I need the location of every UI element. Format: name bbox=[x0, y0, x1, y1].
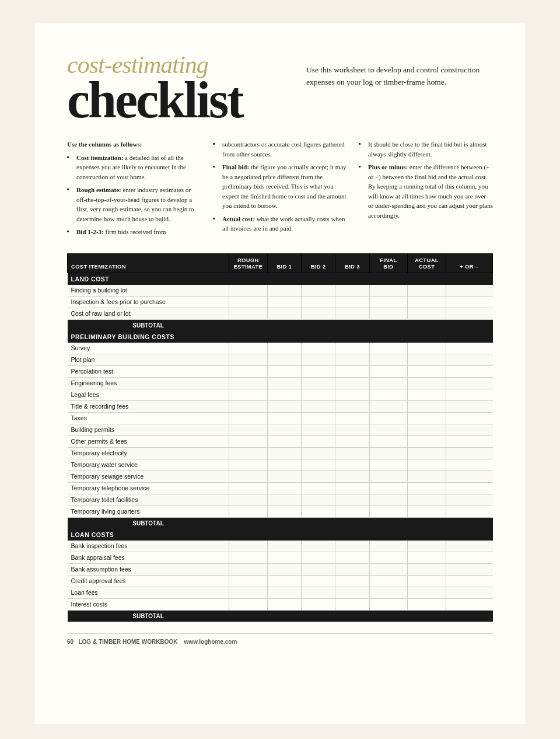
row-cell[interactable] bbox=[446, 365, 492, 377]
row-cell[interactable] bbox=[229, 563, 268, 575]
row-cell[interactable] bbox=[267, 435, 301, 447]
row-cell[interactable] bbox=[267, 343, 301, 354]
row-cell[interactable] bbox=[229, 494, 268, 506]
row-cell[interactable] bbox=[335, 343, 369, 354]
row-cell[interactable] bbox=[335, 424, 369, 435]
row-cell[interactable] bbox=[301, 343, 335, 354]
row-cell[interactable] bbox=[301, 354, 335, 365]
row-cell[interactable] bbox=[229, 459, 268, 470]
row-cell[interactable] bbox=[335, 354, 369, 365]
row-cell[interactable] bbox=[446, 506, 492, 517]
row-cell[interactable] bbox=[408, 389, 446, 400]
row-cell[interactable] bbox=[446, 435, 492, 447]
row-cell[interactable] bbox=[267, 285, 301, 297]
row-cell[interactable] bbox=[335, 365, 369, 377]
row-cell[interactable] bbox=[267, 377, 301, 389]
row-cell[interactable] bbox=[229, 412, 268, 424]
row-cell[interactable] bbox=[446, 482, 492, 494]
row-cell[interactable] bbox=[301, 470, 335, 482]
row-cell[interactable] bbox=[229, 424, 268, 435]
row-cell[interactable] bbox=[446, 412, 492, 424]
row-cell[interactable] bbox=[229, 365, 268, 377]
row-cell[interactable] bbox=[267, 400, 301, 412]
row-cell[interactable] bbox=[335, 598, 369, 610]
row-cell[interactable] bbox=[446, 541, 492, 552]
row-cell[interactable] bbox=[335, 482, 369, 494]
row-cell[interactable] bbox=[369, 494, 408, 506]
row-cell[interactable] bbox=[267, 424, 301, 435]
row-cell[interactable] bbox=[229, 308, 268, 319]
row-cell[interactable] bbox=[229, 541, 268, 552]
row-cell[interactable] bbox=[267, 575, 301, 587]
row-cell[interactable] bbox=[267, 563, 301, 575]
row-cell[interactable] bbox=[267, 494, 301, 506]
row-cell[interactable] bbox=[301, 365, 335, 377]
row-cell[interactable] bbox=[446, 354, 492, 365]
row-cell[interactable] bbox=[301, 435, 335, 447]
row-cell[interactable] bbox=[335, 459, 369, 470]
row-cell[interactable] bbox=[408, 575, 446, 587]
row-cell[interactable] bbox=[369, 587, 408, 598]
row-cell[interactable] bbox=[335, 552, 369, 563]
row-cell[interactable] bbox=[408, 354, 446, 365]
row-cell[interactable] bbox=[267, 412, 301, 424]
row-cell[interactable] bbox=[301, 296, 335, 308]
row-cell[interactable] bbox=[335, 506, 369, 517]
row-cell[interactable] bbox=[446, 552, 492, 563]
row-cell[interactable] bbox=[229, 506, 268, 517]
row-cell[interactable] bbox=[335, 470, 369, 482]
row-cell[interactable] bbox=[446, 598, 492, 610]
row-cell[interactable] bbox=[446, 285, 492, 297]
row-cell[interactable] bbox=[408, 552, 446, 563]
row-cell[interactable] bbox=[335, 285, 369, 297]
row-cell[interactable] bbox=[229, 598, 268, 610]
row-cell[interactable] bbox=[408, 459, 446, 470]
row-cell[interactable] bbox=[267, 470, 301, 482]
row-cell[interactable] bbox=[229, 575, 268, 587]
row-cell[interactable] bbox=[335, 494, 369, 506]
row-cell[interactable] bbox=[369, 412, 408, 424]
row-cell[interactable] bbox=[408, 447, 446, 459]
row-cell[interactable] bbox=[369, 354, 408, 365]
row-cell[interactable] bbox=[369, 470, 408, 482]
row-cell[interactable] bbox=[229, 354, 268, 365]
row-cell[interactable] bbox=[229, 552, 268, 563]
row-cell[interactable] bbox=[301, 587, 335, 598]
row-cell[interactable] bbox=[369, 482, 408, 494]
row-cell[interactable] bbox=[335, 389, 369, 400]
row-cell[interactable] bbox=[408, 412, 446, 424]
row-cell[interactable] bbox=[335, 563, 369, 575]
row-cell[interactable] bbox=[301, 482, 335, 494]
row-cell[interactable] bbox=[408, 424, 446, 435]
row-cell[interactable] bbox=[446, 459, 492, 470]
row-cell[interactable] bbox=[408, 377, 446, 389]
row-cell[interactable] bbox=[301, 308, 335, 319]
row-cell[interactable] bbox=[335, 377, 369, 389]
row-cell[interactable] bbox=[369, 296, 408, 308]
row-cell[interactable] bbox=[408, 285, 446, 297]
row-cell[interactable] bbox=[301, 552, 335, 563]
row-cell[interactable] bbox=[229, 435, 268, 447]
row-cell[interactable] bbox=[301, 459, 335, 470]
row-cell[interactable] bbox=[446, 447, 492, 459]
row-cell[interactable] bbox=[369, 506, 408, 517]
row-cell[interactable] bbox=[446, 343, 492, 354]
row-cell[interactable] bbox=[335, 400, 369, 412]
row-cell[interactable] bbox=[267, 296, 301, 308]
row-cell[interactable] bbox=[408, 400, 446, 412]
row-cell[interactable] bbox=[408, 541, 446, 552]
row-cell[interactable] bbox=[446, 563, 492, 575]
row-cell[interactable] bbox=[408, 365, 446, 377]
row-cell[interactable] bbox=[267, 482, 301, 494]
row-cell[interactable] bbox=[446, 296, 492, 308]
row-cell[interactable] bbox=[301, 400, 335, 412]
row-cell[interactable] bbox=[369, 285, 408, 297]
row-cell[interactable] bbox=[369, 459, 408, 470]
row-cell[interactable] bbox=[446, 377, 492, 389]
row-cell[interactable] bbox=[369, 308, 408, 319]
row-cell[interactable] bbox=[369, 575, 408, 587]
row-cell[interactable] bbox=[267, 389, 301, 400]
row-cell[interactable] bbox=[335, 447, 369, 459]
row-cell[interactable] bbox=[408, 598, 446, 610]
row-cell[interactable] bbox=[335, 308, 369, 319]
